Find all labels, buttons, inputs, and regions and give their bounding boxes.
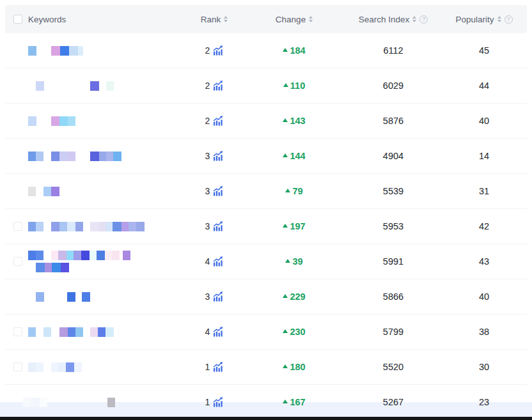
trend-chart-icon[interactable] [213,256,223,267]
change-cell: 110 [243,81,345,91]
change-sort-icon[interactable] [309,16,313,22]
keyword-redacted-blocks [28,152,185,161]
change-up-arrow-icon [285,189,290,192]
change-value: 230 [290,327,305,337]
rank-cell: 3 [185,151,243,161]
change-cell: 184 [243,45,345,56]
keyword-redacted-blocks [28,362,185,372]
select-all-checkbox[interactable] [13,15,22,24]
row-checkbox[interactable] [13,257,22,266]
trend-chart-icon[interactable] [213,327,223,337]
keyword-table-page: Keywords Rank Change Search Index ? Popu… [0,0,532,420]
rank-value: 1 [205,397,210,407]
change-value: 79 [292,186,302,196]
popularity-sort-icon[interactable] [497,16,501,22]
table-row[interactable]: 3 144 4904 14 [5,139,527,174]
search-index-sort-icon[interactable] [412,16,416,22]
trend-chart-icon[interactable] [213,81,223,91]
change-cell: 180 [243,362,345,372]
trend-chart-icon[interactable] [213,116,223,126]
keyword-cell [5,152,185,161]
table-row[interactable]: 4 230 5799 38 [5,315,527,350]
search-index-column-label: Search Index [359,15,410,24]
keyword-redacted-blocks [28,222,185,231]
trend-chart-icon[interactable] [213,45,223,56]
search-index-value: 5866 [345,292,441,302]
table-row[interactable]: 1 167 5267 23 [5,385,527,420]
search-index-help-icon[interactable]: ? [419,15,428,24]
change-up-arrow-icon [283,48,288,52]
change-value: 229 [290,292,305,302]
change-value: 167 [290,397,305,407]
rank-sort-icon[interactable] [224,16,228,22]
header-keywords-cell: Keywords [5,15,185,24]
row-checkbox[interactable] [13,362,22,371]
change-value: 184 [290,45,305,56]
keyword-cell [5,222,185,231]
search-index-value: 5539 [345,186,441,196]
table-header-row: Keywords Rank Change Search Index ? Popu… [5,5,527,33]
table-row[interactable]: 1 180 5520 30 [5,350,527,385]
table-row[interactable]: 3 79 5539 31 [5,174,527,209]
search-index-value: 5799 [345,327,441,337]
change-value: 180 [290,362,305,372]
change-cell: 230 [243,327,345,337]
popularity-value: 23 [441,397,527,407]
trend-chart-icon[interactable] [213,151,223,161]
table-row[interactable]: 3 197 5953 42 [5,209,527,244]
change-value: 144 [290,151,305,161]
row-checkbox[interactable] [13,327,22,336]
keyword-cell [5,116,185,126]
rank-cell: 2 [185,81,243,91]
popularity-value: 40 [441,292,527,302]
trend-chart-icon[interactable] [213,221,223,231]
search-index-value: 5876 [345,116,441,126]
rank-value: 3 [205,186,210,196]
trend-chart-icon[interactable] [213,292,223,302]
keyword-cell [5,362,185,372]
search-index-value: 6029 [345,81,441,91]
keyword-redacted-blocks [28,187,185,196]
keyword-redacted-blocks [28,327,185,337]
table-row[interactable]: 3 229 5866 40 [5,279,527,315]
rank-cell: 2 [185,45,243,56]
rank-cell: 3 [185,186,243,196]
trend-chart-icon[interactable] [213,362,223,372]
keyword-cell [5,187,185,196]
keyword-redacted-blocks [28,251,185,272]
keyword-redacted-blocks [28,46,185,56]
keyword-redacted-blocks [28,81,185,91]
table-row[interactable]: 4 39 5991 43 [5,244,527,279]
change-up-arrow-icon [283,153,288,157]
table-row[interactable]: 2 143 5876 40 [5,104,527,139]
popularity-help-icon[interactable]: ? [505,15,513,24]
search-index-value: 6112 [345,45,441,56]
rank-column-label: Rank [201,15,221,24]
rank-value: 4 [205,256,210,267]
keyword-cell [5,46,185,56]
trend-chart-icon[interactable] [213,397,223,407]
row-checkbox[interactable] [13,222,22,231]
change-column-label: Change [276,15,306,24]
change-cell: 79 [243,186,345,196]
change-cell: 144 [243,151,345,161]
popularity-column-label: Popularity [455,15,494,24]
change-value: 39 [292,256,302,267]
change-up-arrow-icon [283,329,288,333]
rank-cell: 1 [185,362,243,372]
change-cell: 229 [243,292,345,302]
change-up-arrow-icon [283,364,288,368]
rank-cell: 3 [185,292,243,302]
keyword-redacted-blocks [28,116,185,126]
keyword-cell [5,81,185,91]
trend-chart-icon[interactable] [213,186,223,196]
table-row[interactable]: 2 184 6112 45 [5,33,527,68]
search-index-value: 5520 [345,362,441,372]
keyword-cell [5,251,185,272]
table-row[interactable]: 2 110 6029 44 [5,68,527,104]
rank-value: 2 [205,116,210,126]
change-up-arrow-icon [283,294,288,298]
popularity-value: 14 [441,151,527,161]
rank-value: 4 [205,327,210,337]
search-index-value: 5953 [345,221,441,231]
